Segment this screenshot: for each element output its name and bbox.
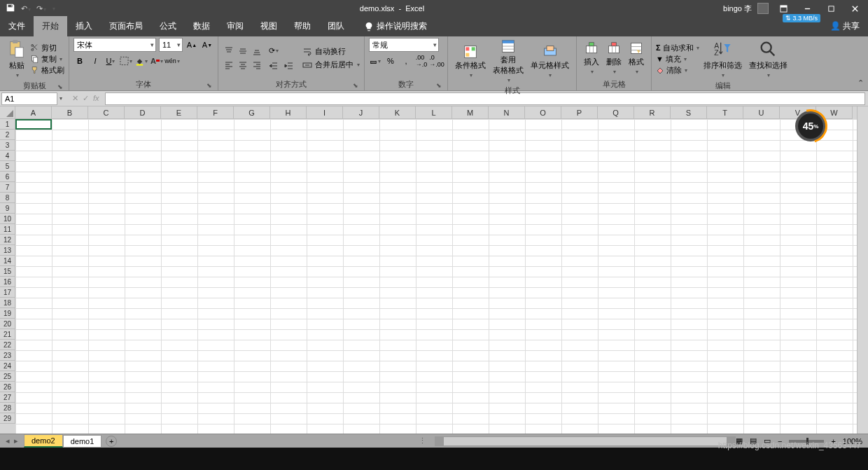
tell-me-search[interactable]: 操作说明搜索 bbox=[358, 16, 433, 36]
tab-data[interactable]: 数据 bbox=[185, 16, 218, 36]
column-header[interactable]: L bbox=[416, 106, 452, 119]
find-select-button[interactable]: 查找和选择▾ bbox=[746, 38, 790, 80]
maximize-button[interactable] bbox=[822, 1, 840, 16]
cell-area[interactable] bbox=[15, 119, 857, 434]
column-header[interactable]: M bbox=[452, 106, 489, 119]
avatar[interactable] bbox=[757, 3, 769, 14]
format-as-table-button[interactable]: 套用 表格格式▾ bbox=[490, 38, 526, 85]
column-header[interactable]: K bbox=[379, 106, 416, 119]
horizontal-scrollbar[interactable] bbox=[435, 436, 736, 446]
increase-decimal-icon[interactable]: .00→.0 bbox=[415, 55, 428, 67]
decrease-indent-icon[interactable] bbox=[267, 60, 280, 72]
row-header[interactable]: 20 bbox=[0, 319, 15, 329]
delete-cells-button[interactable]: 删除▾ bbox=[603, 40, 624, 76]
row-header[interactable]: 26 bbox=[0, 382, 15, 392]
align-bottom-icon[interactable] bbox=[251, 45, 263, 57]
add-sheet-button[interactable]: + bbox=[106, 436, 117, 447]
sheet-nav-first-icon[interactable]: ◂ bbox=[6, 436, 10, 445]
tab-review[interactable]: 审阅 bbox=[218, 16, 252, 36]
column-header[interactable]: T bbox=[707, 106, 743, 119]
column-header[interactable]: Q bbox=[598, 106, 634, 119]
fill-color-button[interactable]: ▾ bbox=[135, 55, 148, 67]
row-header[interactable]: 6 bbox=[0, 172, 15, 182]
row-header[interactable]: 15 bbox=[0, 266, 15, 277]
column-header[interactable]: R bbox=[634, 106, 671, 119]
phonetic-button[interactable]: wén▾ bbox=[166, 55, 178, 67]
column-header[interactable]: P bbox=[561, 106, 598, 119]
user-name[interactable]: bingo 李 bbox=[723, 4, 752, 14]
enter-formula-icon[interactable]: ✓ bbox=[83, 94, 89, 103]
column-header[interactable]: I bbox=[307, 106, 343, 119]
row-header[interactable]: 10 bbox=[0, 214, 15, 224]
row-header[interactable]: 11 bbox=[0, 224, 15, 235]
column-header[interactable]: F bbox=[197, 106, 234, 119]
row-header[interactable]: 12 bbox=[0, 235, 15, 245]
bold-button[interactable]: B bbox=[74, 55, 86, 67]
tab-formulas[interactable]: 公式 bbox=[151, 16, 185, 36]
number-format-select[interactable]: 常规 bbox=[369, 38, 439, 52]
accounting-format-button[interactable]: 🝙▾ bbox=[369, 55, 382, 67]
increase-indent-icon[interactable] bbox=[283, 60, 295, 72]
column-header[interactable]: S bbox=[671, 106, 707, 119]
insert-function-icon[interactable]: fx bbox=[93, 94, 99, 103]
decrease-font-icon[interactable]: A▼ bbox=[201, 39, 214, 51]
row-header[interactable]: 8 bbox=[0, 193, 15, 203]
align-left-icon[interactable] bbox=[223, 59, 235, 71]
align-right-icon[interactable] bbox=[251, 59, 263, 71]
column-header[interactable]: U bbox=[743, 106, 780, 119]
collapse-ribbon-icon[interactable]: ⌃ bbox=[858, 78, 864, 88]
column-header[interactable]: D bbox=[125, 106, 161, 119]
row-header[interactable]: 7 bbox=[0, 182, 15, 193]
redo-icon[interactable]: ↷▾ bbox=[36, 4, 46, 13]
tab-view[interactable]: 视图 bbox=[252, 16, 286, 36]
align-top-icon[interactable] bbox=[223, 45, 235, 57]
row-header[interactable]: 22 bbox=[0, 340, 15, 350]
row-header[interactable]: 25 bbox=[0, 371, 15, 382]
sheet-nav-last-icon[interactable]: ▸ bbox=[14, 436, 18, 445]
align-middle-icon[interactable] bbox=[237, 45, 249, 57]
column-header[interactable]: C bbox=[88, 106, 125, 119]
row-header[interactable]: 2 bbox=[0, 130, 15, 140]
row-header[interactable]: 3 bbox=[0, 140, 15, 151]
undo-icon[interactable]: ↶▾ bbox=[21, 4, 31, 13]
tab-home[interactable]: 开始 bbox=[34, 16, 67, 36]
column-header[interactable]: A bbox=[15, 106, 52, 119]
tab-team[interactable]: 团队 bbox=[319, 16, 353, 36]
save-icon[interactable] bbox=[6, 3, 15, 14]
column-header[interactable]: E bbox=[161, 106, 197, 119]
underline-button[interactable]: U▾ bbox=[104, 55, 117, 67]
autosum-button[interactable]: Σ自动求和▾ bbox=[656, 43, 699, 53]
decrease-decimal-icon[interactable]: .0→.00 bbox=[430, 55, 443, 67]
format-cells-button[interactable]: 格式▾ bbox=[626, 40, 647, 76]
insert-cells-button[interactable]: 插入▾ bbox=[581, 40, 602, 76]
conditional-format-button[interactable]: 条件格式▾ bbox=[452, 43, 489, 80]
row-header[interactable]: 21 bbox=[0, 329, 15, 340]
row-header[interactable]: 27 bbox=[0, 392, 15, 403]
column-header[interactable]: J bbox=[343, 106, 379, 119]
italic-button[interactable]: I bbox=[89, 55, 102, 67]
font-color-button[interactable]: A▾ bbox=[150, 55, 163, 67]
comma-button[interactable]: , bbox=[400, 55, 412, 67]
column-header[interactable]: B bbox=[52, 106, 88, 119]
tab-help[interactable]: 帮助 bbox=[286, 16, 319, 36]
merge-center-button[interactable]: 合并后居中▾ bbox=[302, 60, 360, 70]
cut-button[interactable]: 剪切 bbox=[31, 43, 64, 53]
row-header[interactable]: 23 bbox=[0, 350, 15, 361]
font-name-select[interactable]: 宋体 bbox=[74, 38, 156, 52]
row-header[interactable]: 29 bbox=[0, 413, 15, 424]
column-header[interactable]: N bbox=[489, 106, 525, 119]
row-header[interactable]: 5 bbox=[0, 161, 15, 172]
row-header[interactable]: 13 bbox=[0, 245, 15, 256]
row-header[interactable]: 1 bbox=[0, 119, 15, 130]
row-header[interactable]: 16 bbox=[0, 277, 15, 287]
fill-button[interactable]: ▼填充▾ bbox=[656, 54, 699, 64]
tab-file[interactable]: 文件 bbox=[0, 16, 34, 36]
name-box-dropdown[interactable]: ▾ bbox=[59, 95, 62, 102]
active-cell[interactable] bbox=[15, 119, 52, 130]
cell-styles-button[interactable]: 单元格样式▾ bbox=[528, 43, 572, 80]
row-header[interactable]: 19 bbox=[0, 308, 15, 319]
row-header[interactable]: 4 bbox=[0, 151, 15, 161]
sheet-tab-demo1[interactable]: demo1 bbox=[63, 435, 102, 447]
clear-button[interactable]: 清除▾ bbox=[656, 65, 699, 76]
column-header[interactable]: H bbox=[270, 106, 307, 119]
